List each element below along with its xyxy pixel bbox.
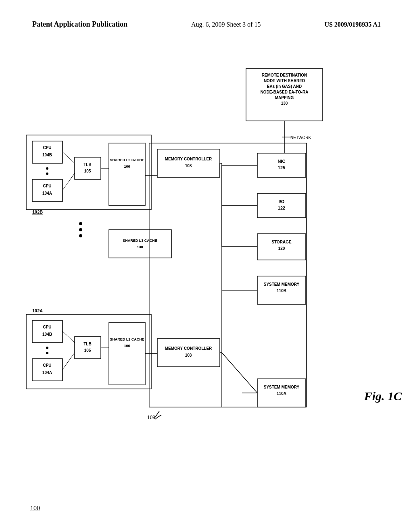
svg-text:SHARED L2 CACHE: SHARED L2 CACHE: [110, 158, 144, 162]
svg-text:NODE WITH SHARED: NODE WITH SHARED: [264, 79, 305, 83]
svg-text:108: 108: [185, 164, 192, 168]
svg-text:TLB: TLB: [83, 342, 91, 346]
svg-rect-29: [157, 149, 220, 177]
svg-point-71: [46, 347, 48, 349]
svg-rect-68: [32, 359, 63, 381]
publication-date-sheet: Aug. 6, 2009 Sheet 3 of 15: [191, 21, 261, 28]
svg-rect-76: [109, 322, 145, 385]
svg-rect-44: [75, 157, 101, 179]
svg-text:109: 109: [147, 415, 155, 420]
svg-text:102A: 102A: [32, 308, 43, 313]
svg-line-50: [63, 152, 75, 163]
svg-text:104B: 104B: [42, 332, 52, 337]
svg-text:TLB: TLB: [83, 162, 91, 167]
svg-text:106: 106: [124, 164, 130, 168]
svg-line-79: [63, 331, 75, 343]
svg-point-43: [46, 172, 48, 175]
svg-line-80: [63, 353, 75, 370]
svg-text:110B: 110B: [277, 289, 286, 293]
svg-text:120: 120: [278, 246, 285, 251]
svg-text:CPU: CPU: [43, 184, 51, 188]
svg-rect-36: [32, 141, 63, 163]
page-header: Patent Application Publication Aug. 6, 2…: [0, 20, 413, 29]
diagram-reference-label: 100: [30, 505, 40, 512]
publication-number: US 2009/0198935 A1: [324, 21, 381, 28]
svg-line-86: [222, 353, 257, 393]
svg-text:CPU: CPU: [43, 325, 51, 329]
svg-text:130: 130: [137, 245, 143, 249]
svg-text:MEMORY CONTROLLER: MEMORY CONTROLLER: [165, 157, 212, 161]
svg-rect-39: [32, 179, 63, 202]
svg-text:122: 122: [278, 206, 285, 210]
svg-text:EAs (in GAS) AND: EAs (in GAS) AND: [267, 84, 302, 89]
svg-text:I/O: I/O: [279, 199, 285, 204]
svg-text:105: 105: [84, 169, 91, 173]
publication-title: Patent Application Publication: [32, 20, 127, 29]
svg-line-51: [63, 173, 75, 190]
svg-text:108: 108: [185, 353, 192, 357]
svg-point-57: [79, 222, 82, 225]
svg-text:110A: 110A: [277, 391, 286, 396]
svg-point-42: [46, 167, 48, 170]
svg-text:MEMORY CONTROLLER: MEMORY CONTROLLER: [165, 346, 212, 351]
svg-rect-65: [32, 320, 63, 343]
svg-rect-60: [157, 339, 220, 367]
svg-text:CPU: CPU: [43, 145, 51, 150]
svg-rect-47: [109, 143, 145, 206]
svg-rect-54: [109, 230, 171, 258]
svg-text:102B: 102B: [32, 210, 43, 214]
svg-point-59: [79, 234, 82, 237]
svg-text:REMOTE DESTINATION: REMOTE DESTINATION: [262, 73, 307, 77]
svg-text:CPU: CPU: [43, 363, 51, 368]
svg-text:SYSTEM MEMORY: SYSTEM MEMORY: [264, 385, 300, 389]
svg-text:104A: 104A: [42, 191, 52, 195]
circuit-diagram: REMOTE DESTINATION NODE WITH SHARED EAs …: [0, 56, 413, 524]
svg-point-72: [46, 352, 48, 354]
svg-text:NODE-BASED EA-TO-RA: NODE-BASED EA-TO-RA: [261, 90, 309, 94]
svg-text:SHARED L2 CACHE: SHARED L2 CACHE: [110, 337, 144, 341]
svg-text:106: 106: [124, 344, 130, 348]
svg-text:SHARED L3 CACHE: SHARED L3 CACHE: [123, 239, 157, 243]
svg-rect-73: [75, 337, 101, 359]
svg-text:MAPPING: MAPPING: [275, 96, 294, 100]
svg-text:105: 105: [84, 348, 91, 353]
svg-text:125: 125: [278, 165, 285, 170]
svg-text:104A: 104A: [42, 370, 52, 375]
figure-label: Fig. 1C: [364, 389, 402, 403]
svg-text:STORAGE: STORAGE: [271, 240, 292, 244]
svg-text:130: 130: [281, 101, 288, 106]
svg-text:NIC: NIC: [278, 159, 286, 164]
svg-text:NETWORK: NETWORK: [290, 135, 311, 140]
svg-text:SYSTEM MEMORY: SYSTEM MEMORY: [264, 282, 300, 287]
svg-point-58: [79, 228, 82, 231]
svg-text:104B: 104B: [42, 153, 52, 157]
